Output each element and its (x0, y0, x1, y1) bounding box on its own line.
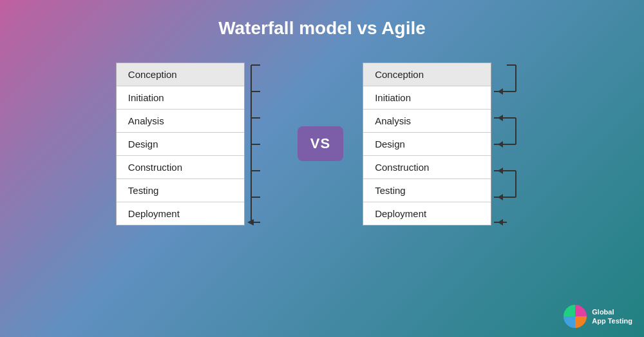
table-row: Initiation (117, 86, 244, 110)
table-row: Design (117, 133, 244, 156)
table-row: Construction (117, 156, 244, 179)
table-row: Analysis (363, 110, 491, 133)
page-background: Waterfall model vs Agile ConceptionIniti… (0, 0, 644, 236)
table-row: Analysis (117, 110, 244, 133)
svg-marker-15 (498, 115, 503, 121)
logo-icon (564, 305, 587, 328)
table-row: Testing (117, 179, 244, 202)
agile-model: ConceptionInitiationAnalysisDesignConstr… (363, 52, 528, 236)
waterfall-model: ConceptionInitiationAnalysisDesignConstr… (116, 52, 278, 236)
logo-area: Global App Testing (564, 305, 632, 328)
svg-marker-22 (498, 168, 503, 174)
waterfall-arrow (246, 52, 278, 236)
table-row: Deployment (363, 202, 491, 225)
logo-text: Global App Testing (592, 307, 632, 326)
table-row: Conception (117, 63, 244, 86)
svg-marker-24 (498, 194, 503, 200)
table-row: Construction (363, 156, 491, 179)
svg-marker-17 (498, 141, 503, 148)
agile-arrows (493, 52, 528, 236)
page-title: Waterfall model vs Agile (0, 0, 644, 52)
agile-table: ConceptionInitiationAnalysisDesignConstr… (363, 63, 491, 226)
table-row: Deployment (117, 202, 244, 225)
waterfall-table: ConceptionInitiationAnalysisDesignConstr… (116, 63, 245, 226)
svg-marker-10 (498, 88, 503, 95)
vs-badge: VS (298, 126, 343, 161)
main-content: ConceptionInitiationAnalysisDesignConstr… (0, 52, 644, 236)
svg-marker-29 (498, 219, 503, 226)
table-row: Design (363, 133, 491, 156)
table-row: Initiation (363, 86, 491, 110)
table-row: Testing (363, 179, 491, 202)
table-row: Conception (363, 63, 491, 86)
